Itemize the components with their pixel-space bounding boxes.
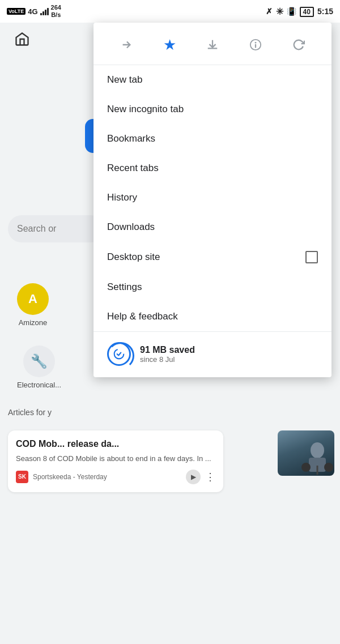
status-right: ✗ ✳ 📳 40 5:15 — [266, 6, 333, 17]
download-button[interactable] — [201, 33, 224, 57]
history-label: History — [107, 192, 318, 203]
news-card[interactable]: COD Mob... release da... Season 8 of COD… — [8, 430, 223, 492]
data-saver-main: 91 MB saved — [140, 345, 195, 355]
status-bar: VoLTE 4G 264B/s ✗ ✳ 📳 40 5:15 — [0, 0, 340, 23]
menu-item-desktop-site[interactable]: Desktop site — [94, 242, 332, 272]
articles-label: Articles for y — [8, 408, 52, 417]
home-icon-area — [11, 28, 33, 50]
svg-point-3 — [324, 463, 333, 472]
page-info-button[interactable] — [244, 33, 267, 57]
news-thumbnail — [278, 430, 334, 476]
menu-item-history[interactable]: History — [94, 183, 332, 212]
menu-toolbar: ★ — [94, 23, 332, 65]
menu-item-settings[interactable]: Settings — [94, 272, 332, 302]
menu-item-bookmarks[interactable]: Bookmarks — [94, 124, 332, 153]
help-feedback-label: Help & feedback — [107, 311, 318, 322]
play-button[interactable]: ▶ — [186, 470, 201, 484]
vibrate-icon: 📳 — [287, 7, 296, 16]
amizone-label: Amizone — [19, 318, 48, 327]
source-icon: SK — [16, 471, 28, 483]
clock: 5:15 — [317, 7, 333, 16]
signal-4g: 4G — [28, 7, 37, 16]
desktop-site-checkbox[interactable] — [305, 251, 318, 263]
menu-item-downloads[interactable]: Downloads — [94, 212, 332, 242]
battery-indicator: 40 — [300, 7, 314, 16]
amizone-icon: A — [17, 283, 49, 315]
volte-badge: VoLTE — [7, 8, 26, 15]
electronical-icon: 🔧 — [23, 346, 55, 377]
data-saver-sub: since 8 Jul — [140, 355, 195, 364]
bluetooth-icon: ✗ — [266, 7, 273, 16]
dropdown-menu: ★ New tab New incognito tab — [94, 23, 332, 377]
forward-button[interactable] — [114, 33, 138, 57]
data-saver-text: 91 MB saved since 8 Jul — [140, 345, 195, 364]
shortcut-electronical[interactable]: 🔧 Electronical... — [17, 346, 61, 389]
menu-item-new-tab[interactable]: New tab — [94, 65, 332, 95]
new-tab-label: New tab — [107, 74, 318, 86]
more-button[interactable]: ⋮ — [205, 471, 215, 483]
news-footer: SK Sportskeeda - Yesterday ▶ ⋮ — [16, 470, 215, 484]
source-text: Sportskeeda - Yesterday — [33, 473, 181, 481]
bookmarks-label: Bookmarks — [107, 133, 318, 144]
svg-point-8 — [114, 349, 124, 359]
settings-label: Settings — [107, 282, 318, 293]
search-placeholder-text: Search or — [17, 224, 56, 234]
electronical-label: Electronical... — [17, 381, 61, 389]
news-desc: Season 8 of COD Mobile is about to end i… — [16, 454, 215, 464]
refresh-button[interactable] — [287, 33, 311, 57]
recent-tabs-label: Recent tabs — [107, 163, 318, 174]
bluetooth-icon2: ✳ — [276, 6, 283, 17]
data-saver-section: 91 MB saved since 8 Jul — [94, 331, 332, 372]
thumbnail-image — [278, 430, 334, 476]
news-title: COD Mob... release da... — [16, 438, 215, 450]
svg-point-0 — [311, 442, 324, 458]
network-speed: 264B/s — [51, 4, 61, 19]
data-saver-icon — [107, 342, 131, 366]
svg-point-4 — [301, 463, 311, 472]
desktop-site-label: Desktop site — [107, 251, 305, 263]
signal-bars — [40, 7, 49, 15]
downloads-label: Downloads — [107, 221, 318, 233]
home-icon — [11, 28, 33, 50]
menu-item-new-incognito-tab[interactable]: New incognito tab — [94, 95, 332, 124]
bookmark-button[interactable]: ★ — [158, 33, 181, 57]
shortcut-amizone[interactable]: A Amizone — [17, 283, 49, 327]
menu-item-help-feedback[interactable]: Help & feedback — [94, 302, 332, 331]
new-incognito-tab-label: New incognito tab — [107, 104, 318, 115]
bg-search-bar[interactable]: Search or — [8, 215, 104, 242]
status-left: VoLTE 4G 264B/s — [7, 4, 61, 19]
menu-item-recent-tabs[interactable]: Recent tabs — [94, 153, 332, 183]
